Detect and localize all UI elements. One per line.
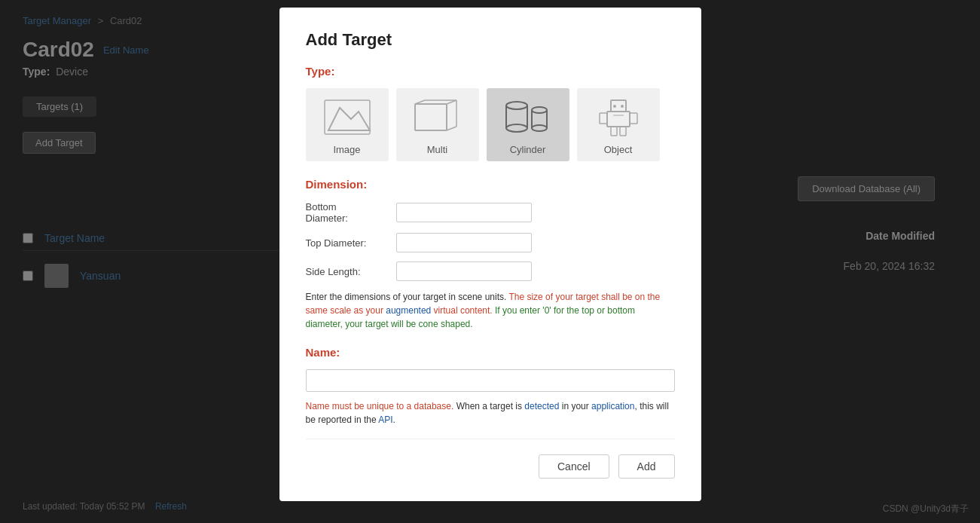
type-option-multi[interactable]: Multi: [396, 88, 479, 161]
svg-rect-16: [611, 100, 626, 112]
type-option-image[interactable]: Image: [306, 88, 389, 161]
svg-point-11: [506, 124, 527, 132]
image-type-icon: [317, 94, 377, 139]
side-length-label: Side Length:: [306, 266, 396, 277]
svg-point-23: [621, 105, 624, 108]
svg-rect-21: [620, 127, 626, 136]
top-diameter-label: Top Diameter:: [306, 237, 396, 249]
add-target-modal: Add Target Type: Image: [279, 8, 701, 501]
svg-point-15: [532, 125, 547, 131]
svg-point-8: [506, 102, 527, 109]
svg-rect-18: [600, 113, 607, 124]
type-label-multi: Multi: [427, 144, 447, 155]
side-length-row: Side Length:: [306, 262, 675, 281]
type-label-object: Object: [604, 144, 633, 155]
svg-rect-20: [611, 127, 617, 136]
name-input[interactable]: [306, 369, 675, 392]
svg-point-22: [613, 105, 616, 108]
type-section-label: Type:: [306, 65, 675, 78]
type-option-cylinder[interactable]: Cylinder: [487, 88, 569, 161]
svg-rect-17: [607, 112, 630, 127]
cancel-button[interactable]: Cancel: [539, 454, 609, 479]
bottom-diameter-input[interactable]: [396, 203, 532, 222]
object-type-icon: [588, 94, 649, 139]
bottom-diameter-row: BottomDiameter:: [306, 201, 675, 224]
type-options: Image Multi: [306, 88, 675, 161]
name-section-label: Name:: [306, 346, 675, 359]
svg-point-12: [532, 107, 547, 113]
top-diameter-row: Top Diameter:: [306, 233, 675, 252]
bottom-diameter-label: BottomDiameter:: [306, 201, 396, 224]
cylinder-type-icon: [498, 94, 558, 139]
side-length-input[interactable]: [396, 262, 532, 281]
name-note: Name must be unique to a database. When …: [306, 399, 675, 427]
type-label-cylinder: Cylinder: [510, 144, 546, 155]
name-section: Name: Name must be unique to a database.…: [306, 346, 675, 427]
modal-overlay: Add Target Type: Image: [0, 0, 980, 523]
dimension-section: Dimension: BottomDiameter: Top Diameter:…: [306, 178, 675, 331]
dimension-note: Enter the dimensions of your target in s…: [306, 290, 675, 331]
dimension-section-label: Dimension:: [306, 178, 675, 191]
svg-rect-19: [630, 113, 637, 124]
svg-rect-2: [415, 104, 447, 130]
svg-rect-1: [325, 100, 370, 134]
svg-marker-0: [328, 108, 370, 130]
type-label-image: Image: [333, 144, 360, 155]
top-diameter-input[interactable]: [396, 233, 532, 252]
svg-line-4: [447, 127, 456, 130]
type-option-object[interactable]: Object: [577, 88, 660, 161]
modal-footer: Cancel Add: [306, 439, 675, 479]
add-button[interactable]: Add: [618, 454, 675, 479]
modal-title: Add Target: [306, 30, 675, 50]
multi-type-icon: [408, 94, 468, 139]
